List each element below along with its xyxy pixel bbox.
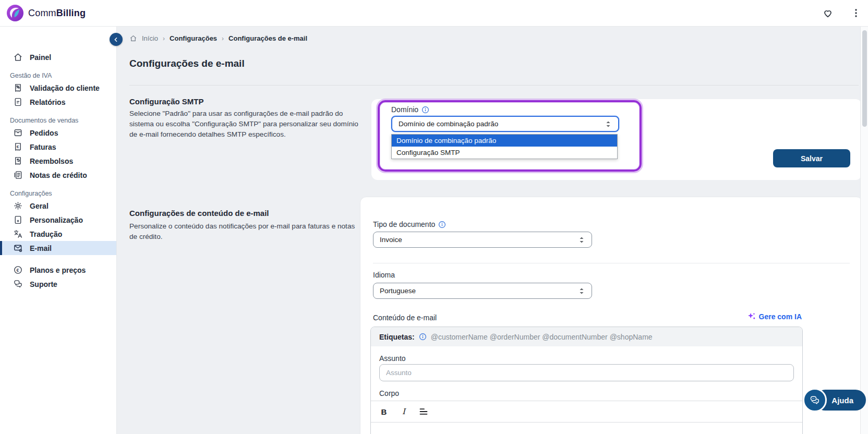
top-bar: CommBilling (0, 0, 868, 27)
document-type-value: Invoice (380, 236, 402, 244)
home-icon (129, 34, 137, 42)
kebab-menu-icon[interactable] (850, 7, 862, 19)
smtp-section-description: Selecione "Padrão" para usar as configur… (129, 108, 364, 140)
report-document-icon (13, 97, 23, 107)
customize-document-icon (13, 215, 23, 225)
app-window: CommBilling (0, 0, 868, 434)
brand-logo-icon (6, 4, 24, 22)
help-button-label: Ajuda (831, 396, 853, 405)
sidebar-item-label: Validação do cliente (30, 84, 100, 92)
select-arrows-icon (578, 236, 585, 244)
content-section-heading: Configurações de conteúdo de e-mail (129, 209, 269, 218)
domain-option-smtp[interactable]: Configuração SMTP (392, 147, 617, 159)
svg-text:€: € (17, 144, 19, 149)
sidebar-item-label: Faturas (30, 143, 56, 151)
subject-label: Assunto (379, 354, 406, 363)
sidebar-item-label: Personalização (30, 216, 83, 224)
generate-with-ai-link[interactable]: Gere com IA (747, 312, 802, 321)
sidebar-item-label: Relatórios (30, 98, 65, 106)
help-chat-badge (803, 388, 827, 412)
info-icon[interactable] (438, 221, 446, 228)
domain-field-label: Domínio (391, 105, 429, 114)
content-section-description: Personalize o conteúdo das notificações … (129, 221, 364, 242)
generate-with-ai-label: Gere com IA (759, 312, 802, 321)
orders-inbox-icon (13, 128, 23, 138)
language-label: Idioma (373, 271, 395, 279)
support-chat-icon (13, 279, 23, 289)
sidebar-collapse-button[interactable] (110, 33, 123, 46)
credit-note-icon (13, 170, 23, 180)
sidebar-item-traducao[interactable]: Tradução (0, 227, 116, 241)
domain-option-default[interactable]: Domínio de combinação padrão (392, 135, 617, 147)
sidebar-item-personalizacao[interactable]: Personalização (0, 213, 116, 227)
sidebar-item-label: Suporte (30, 280, 57, 288)
sidebar-item-label: Geral (30, 202, 49, 210)
tags-label: Etiquetas: (379, 333, 415, 341)
ai-sparkles-icon (747, 312, 756, 321)
language-select[interactable]: Portuguese (373, 283, 592, 299)
page-title: Configurações de e-mail (129, 58, 245, 69)
sidebar-item-label: Painel (30, 53, 51, 62)
italic-button[interactable]: I (396, 404, 412, 419)
select-arrows-icon (605, 120, 612, 128)
sidebar-item-label: Pedidos (30, 129, 58, 137)
sidebar-section-gestao-iva: Gestão de IVA (0, 64, 116, 81)
domain-select-value: Domínio de combinação padrão (399, 120, 498, 128)
translate-icon (13, 229, 23, 239)
smtp-form-card: Domínio Domínio de combinação padrão Dom… (371, 99, 862, 180)
email-content-label: Conteúdo de e-mail (373, 314, 437, 322)
brand-name: CommBilling (28, 8, 86, 19)
info-icon[interactable] (421, 106, 429, 114)
align-lines-icon (419, 407, 428, 416)
sidebar-item-painel[interactable]: Painel (0, 50, 116, 64)
align-button[interactable] (416, 404, 431, 419)
divider (373, 263, 850, 263)
breadcrumb-home[interactable]: Início (142, 34, 158, 42)
bold-button[interactable]: B (376, 404, 392, 419)
scrollbar-thumb[interactable] (862, 30, 867, 127)
breadcrumb-separator: › (163, 35, 165, 42)
document-type-select[interactable]: Invoice (373, 232, 592, 248)
info-icon[interactable] (419, 333, 427, 341)
language-value: Portuguese (380, 287, 416, 295)
domain-select[interactable]: Domínio de combinação padrão (391, 116, 619, 132)
help-button[interactable]: Ajuda (815, 390, 866, 411)
breadcrumb-configuracoes[interactable]: Configurações (170, 34, 217, 42)
vertical-scrollbar[interactable] (860, 26, 868, 434)
breadcrumb-current: Configurações de e-mail (228, 34, 307, 42)
email-content-card: Tipo de documento Invoice Idioma Portugu… (360, 197, 863, 434)
sidebar-item-suporte[interactable]: Suporte (0, 277, 116, 291)
receipt-percent-icon (13, 83, 23, 93)
sidebar-item-geral[interactable]: Geral (0, 199, 116, 213)
sidebar-item-planos-precos[interactable]: € Planos e preços (0, 263, 116, 277)
sidebar-item-faturas[interactable]: € Faturas (0, 140, 116, 154)
smtp-section-heading: Configuração SMTP (129, 97, 204, 106)
sidebar-section-configuracoes: Configurações (0, 182, 116, 199)
breadcrumb: Início › Configurações › Configurações d… (129, 34, 307, 42)
mail-settings-icon (13, 243, 23, 253)
sidebar-item-notas-credito[interactable]: Notas de crédito (0, 168, 116, 182)
sidebar-item-label: Tradução (30, 230, 62, 238)
tags-placeholders: @customerName @orderNumber @documentNumb… (431, 333, 653, 341)
save-button[interactable]: Salvar (773, 149, 850, 167)
sidebar-item-label: Planos e preços (30, 266, 86, 274)
subject-input[interactable] (379, 364, 794, 381)
sidebar-item-pedidos[interactable]: Pedidos (0, 126, 116, 140)
euro-circle-icon: € (13, 265, 23, 275)
sidebar-item-reembolsos[interactable]: Reembolsos (0, 154, 116, 168)
sidebar-item-label: E-mail (30, 244, 52, 252)
sidebar-item-label: Notas de crédito (30, 171, 87, 179)
document-type-label: Tipo de documento (373, 220, 446, 228)
select-arrows-icon (578, 287, 585, 295)
chat-bubbles-icon (809, 394, 821, 406)
sidebar-item-email[interactable]: E-mail (0, 241, 116, 255)
svg-text:€: € (16, 268, 19, 273)
favorites-heart-icon[interactable] (821, 6, 835, 20)
email-editor-box: Etiquetas: @customerName @orderNumber @d… (370, 327, 803, 434)
gear-icon (13, 201, 23, 211)
sidebar-item-validacao-cliente[interactable]: Validação do cliente (0, 81, 116, 95)
sidebar-item-relatorios[interactable]: Relatórios (0, 95, 116, 109)
sidebar-item-label: Reembolsos (30, 157, 73, 165)
brand-logo[interactable]: CommBilling (0, 4, 86, 22)
tags-bar: Etiquetas: @customerName @orderNumber @d… (371, 327, 802, 346)
